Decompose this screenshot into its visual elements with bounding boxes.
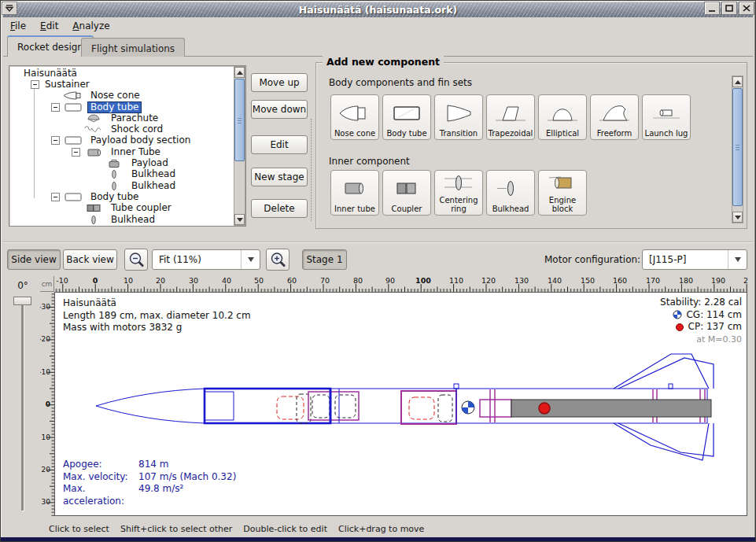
stage-1-toggle[interactable]: Stage 1 bbox=[302, 249, 347, 270]
menu-file[interactable]: File bbox=[3, 19, 33, 33]
velocity-value: 107 m/s (Mach 0.32) bbox=[138, 471, 236, 484]
stability-value: Stability: 2.28 cal bbox=[660, 297, 742, 309]
move-up-button[interactable]: Move up bbox=[251, 73, 308, 92]
collapse-icon[interactable] bbox=[31, 80, 39, 89]
tree-scrollbar[interactable] bbox=[234, 66, 245, 226]
divider bbox=[3, 242, 753, 242]
tree-item-payload-body-section[interactable]: Payload body section bbox=[10, 135, 233, 146]
window-menu-button[interactable] bbox=[2, 2, 17, 15]
rocket-mass: Mass with motors 3832 g bbox=[63, 322, 251, 334]
coupler-icon bbox=[384, 172, 430, 205]
add-coupler-button[interactable]: Coupler bbox=[382, 170, 431, 216]
hint-double-click: Double-click to edit bbox=[243, 524, 327, 534]
tab-bar: Rocket design Flight simulations bbox=[3, 35, 753, 57]
cp-value: CP: 137 cm bbox=[688, 321, 742, 334]
collapse-icon[interactable] bbox=[51, 193, 60, 201]
tab-flight-simulations[interactable]: Flight simulations bbox=[81, 38, 185, 57]
acceleration-value: 49.8 m/s² bbox=[138, 483, 183, 507]
scroll-down-button[interactable] bbox=[732, 212, 743, 223]
add-launch-lug-button[interactable]: Launch lug bbox=[642, 94, 691, 140]
scrollbar-thumb[interactable] bbox=[234, 79, 245, 161]
acceleration-label: Max. acceleration: bbox=[63, 483, 138, 507]
add-component-scrollbar[interactable] bbox=[732, 76, 743, 223]
body-tube-icon bbox=[63, 135, 83, 146]
scroll-down-button[interactable] bbox=[234, 214, 245, 225]
add-freeform-fin-button[interactable]: Freeform bbox=[590, 94, 639, 140]
shock-cord-icon bbox=[83, 124, 104, 135]
bulkhead-icon bbox=[104, 181, 124, 191]
scroll-up-button[interactable] bbox=[732, 76, 743, 87]
hint-click-select: Click to select bbox=[49, 524, 109, 534]
nose-cone-icon bbox=[332, 97, 378, 129]
scrollbar-thumb[interactable] bbox=[732, 88, 743, 206]
tree-item-tube-coupler[interactable]: Tube coupler bbox=[10, 203, 233, 214]
tree-item-bulkhead[interactable]: Bulkhead bbox=[10, 169, 233, 180]
minimize-icon bbox=[707, 4, 717, 13]
scroll-up-button[interactable] bbox=[234, 67, 245, 78]
move-down-button[interactable]: Move down bbox=[251, 100, 308, 119]
transition-icon bbox=[436, 97, 481, 129]
centering-ring-icon bbox=[436, 171, 481, 196]
maximize-button[interactable] bbox=[721, 2, 737, 15]
zoom-level-select[interactable]: Fit (11%) bbox=[152, 249, 260, 270]
tree-item-nose-cone[interactable]: Nose cone bbox=[10, 90, 233, 101]
bulkhead-icon bbox=[104, 169, 124, 179]
component-tree[interactable]: Haisunäätä Sustainer Nose cone Body tube… bbox=[9, 65, 246, 227]
collapse-icon[interactable] bbox=[51, 103, 60, 112]
back-view-button[interactable]: Back view bbox=[63, 249, 117, 270]
tree-item-parachute[interactable]: Parachute bbox=[10, 112, 233, 124]
nose-cone-icon bbox=[63, 90, 83, 101]
tree-item-sustainer[interactable]: Sustainer bbox=[10, 79, 233, 90]
add-inner-tube-button[interactable]: Inner tube bbox=[330, 170, 379, 216]
rocket-canvas[interactable]: Haisunäätä Length 189 cm, max. diameter … bbox=[54, 292, 747, 516]
add-transition-button[interactable]: Transition bbox=[434, 94, 483, 140]
tree-item-shock-cord[interactable]: Shock cord bbox=[10, 124, 233, 135]
tree-item-payload[interactable]: Payload bbox=[10, 157, 233, 168]
tree-item-body-tube-aft[interactable]: Body tube bbox=[10, 191, 233, 202]
window-title: Haisunäätä (haisunaata.ork) bbox=[3, 4, 753, 16]
zoom-in-button[interactable] bbox=[266, 249, 289, 271]
tree-item-inner-tube[interactable]: Inner Tube bbox=[10, 146, 233, 157]
add-bulkhead-button[interactable]: Bulkhead bbox=[486, 170, 535, 216]
elliptical-fin-icon bbox=[540, 97, 585, 129]
cp-icon bbox=[675, 323, 684, 332]
menu-edit[interactable]: Edit bbox=[33, 19, 65, 33]
menu-bar: File Edit Analyze bbox=[3, 17, 753, 34]
tree-item-body-tube-selected[interactable]: Body tube bbox=[10, 101, 233, 112]
app-window: Haisunäätä (haisunaata.ork) File Edit An… bbox=[0, 0, 756, 542]
collapse-icon[interactable] bbox=[51, 136, 60, 145]
rotation-slider-handle[interactable] bbox=[13, 297, 31, 305]
delete-button[interactable]: Delete bbox=[251, 199, 308, 218]
tree-item-bulkhead[interactable]: Bulkhead bbox=[10, 180, 233, 191]
add-engine-block-button[interactable]: Engine block bbox=[538, 170, 587, 216]
minimize-button[interactable] bbox=[704, 2, 720, 15]
rotation-angle-label: 0° bbox=[7, 278, 39, 293]
menu-analyze[interactable]: Analyze bbox=[65, 19, 116, 33]
close-button[interactable] bbox=[739, 2, 754, 15]
tree-item-bulkhead[interactable]: Bulkhead bbox=[10, 214, 233, 225]
rotation-slider-track[interactable] bbox=[21, 300, 24, 511]
edit-button[interactable]: Edit bbox=[251, 135, 308, 154]
tree-item-rocket-root[interactable]: Haisunäätä bbox=[10, 68, 233, 79]
add-body-tube-button[interactable]: Body tube bbox=[382, 94, 431, 140]
side-view-button[interactable]: Side view bbox=[7, 249, 61, 270]
pane-splitter[interactable] bbox=[311, 119, 312, 221]
add-elliptical-fin-button[interactable]: Elliptical bbox=[538, 94, 587, 140]
motor-configuration-select[interactable]: [J115-P] bbox=[642, 249, 747, 270]
add-nose-cone-button[interactable]: Nose cone bbox=[330, 94, 379, 140]
add-centering-ring-button[interactable]: Centering ring bbox=[434, 170, 483, 216]
hint-shift-click: Shift+click to select other bbox=[120, 524, 232, 534]
ruler-unit-label: cm bbox=[40, 276, 54, 292]
zoom-out-button[interactable] bbox=[124, 249, 148, 271]
apogee-value: 814 m bbox=[138, 459, 168, 471]
freeform-fin-icon bbox=[592, 97, 637, 129]
new-stage-button[interactable]: New stage bbox=[251, 168, 308, 186]
collapse-icon[interactable] bbox=[72, 148, 80, 157]
rocket-info: Haisunäätä Length 189 cm, max. diameter … bbox=[63, 297, 251, 334]
add-trapezoidal-fin-button[interactable]: Trapezoidal bbox=[486, 94, 535, 140]
inner-tube-icon bbox=[332, 172, 378, 205]
body-tube-icon bbox=[384, 97, 430, 129]
inner-component-label: Inner component bbox=[329, 156, 410, 167]
trapezoidal-fin-icon bbox=[488, 97, 533, 129]
vertical-ruler: -30 -20 -10 0 10 20 30 bbox=[40, 292, 54, 516]
